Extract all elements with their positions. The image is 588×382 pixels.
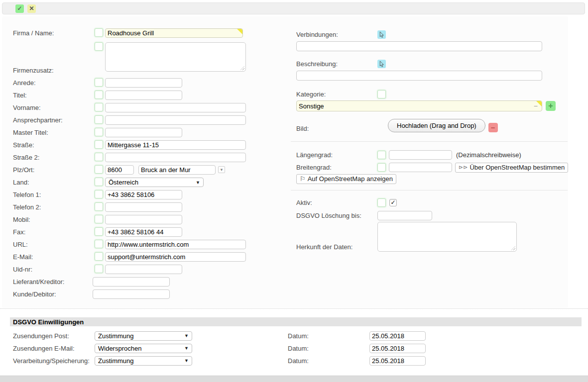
- cursor-icon: [379, 31, 385, 38]
- land-sync-checkbox[interactable]: [95, 178, 103, 186]
- kategorie-input-row: − +: [296, 100, 568, 111]
- fax-input[interactable]: [105, 227, 182, 237]
- plz-input[interactable]: [105, 165, 134, 175]
- land-label: Land:: [13, 178, 95, 186]
- aktiv-sync-checkbox[interactable]: [377, 198, 386, 207]
- land-select-value: Österreich: [109, 179, 138, 186]
- uidnr-input[interactable]: [105, 265, 182, 274]
- bild-label: Bild:: [296, 125, 377, 132]
- verbindungen-pick-button[interactable]: [377, 30, 386, 39]
- strasse2-input[interactable]: [105, 153, 246, 162]
- telefon2-input[interactable]: [105, 202, 182, 212]
- email-row: E-Mail:: [13, 252, 284, 265]
- vorname-sync-checkbox[interactable]: [95, 103, 103, 111]
- zusendungen-post-datum-input[interactable]: [369, 331, 426, 341]
- vorname-label: Vorname:: [13, 103, 95, 111]
- breitengrad-input[interactable]: [389, 163, 452, 172]
- zusendungen-email-select[interactable]: Widersprochen ▼: [95, 344, 192, 353]
- osm-anzeigen-label: Auf OpenStreetMap anzeigen: [308, 175, 393, 183]
- mobil-input[interactable]: [105, 215, 182, 224]
- land-select[interactable]: Österreich ▼: [105, 178, 204, 187]
- cancel-button[interactable]: ✕: [27, 4, 36, 13]
- double-triangle-icon: ⊳⊳: [459, 164, 468, 171]
- master-titel-sync-checkbox[interactable]: [95, 128, 103, 136]
- strasse-sync-checkbox[interactable]: [95, 140, 103, 149]
- beschreibung-input[interactable]: [296, 71, 542, 81]
- kategorie-remove-icon[interactable]: −: [534, 102, 538, 110]
- aktiv-checkbox[interactable]: ✓: [389, 199, 397, 206]
- verbindungen-input-row: [296, 41, 568, 51]
- firmenzusatz-textarea[interactable]: [105, 42, 246, 72]
- telefon1-sync-checkbox[interactable]: [95, 190, 103, 198]
- vorname-input[interactable]: [105, 103, 246, 112]
- kategorie-sync-checkbox[interactable]: [377, 90, 386, 98]
- mobil-sync-checkbox[interactable]: [95, 215, 103, 223]
- anrede-sync-checkbox[interactable]: [95, 78, 103, 87]
- firma-label: Firma / Name:: [13, 28, 95, 37]
- plzort-sync-checkbox[interactable]: [95, 165, 103, 174]
- bild-row: Bild: Hochladen (Drag and Drop) −: [296, 119, 568, 132]
- breitengrad-sync-checkbox[interactable]: [377, 163, 386, 172]
- telefon2-label: Telefon 2:: [13, 202, 95, 211]
- beschreibung-pick-button[interactable]: [377, 60, 386, 68]
- anrede-row: Anrede:: [13, 78, 284, 91]
- kategorie-add-button[interactable]: +: [546, 101, 556, 111]
- laengengrad-input[interactable]: [389, 150, 452, 160]
- toolbar: ✓ ✕: [2, 2, 585, 14]
- osm-anzeigen-button[interactable]: ⚐ Auf OpenStreetMap anzeigen: [296, 174, 396, 184]
- strasse2-row: Straße 2:: [13, 153, 284, 165]
- email-label: E-Mail:: [13, 252, 95, 261]
- verbindungen-input[interactable]: [296, 41, 542, 51]
- firma-sync-checkbox[interactable]: [95, 28, 103, 37]
- chevron-down-icon: ▼: [184, 358, 189, 363]
- verarbeitung-select[interactable]: Zustimmung ▼: [95, 356, 192, 366]
- firmenzusatz-row: Firmenzusatz:: [13, 42, 284, 78]
- ort-picker-button[interactable]: ▼: [218, 166, 225, 173]
- zusendungen-email-value: Widersprochen: [98, 345, 141, 352]
- lieferant-input[interactable]: [93, 277, 170, 286]
- master-titel-input[interactable]: [105, 128, 182, 137]
- telefon2-sync-checkbox[interactable]: [95, 202, 103, 211]
- firma-input[interactable]: [105, 28, 243, 38]
- email-input[interactable]: [105, 252, 246, 262]
- fax-row: Fax:: [13, 227, 284, 240]
- anrede-input[interactable]: [105, 78, 182, 88]
- herkunft-textarea[interactable]: [377, 222, 517, 252]
- right-form-column: Verbindungen: Beschreibung: Kategorie: −…: [296, 28, 568, 253]
- uidnr-sync-checkbox[interactable]: [95, 265, 103, 273]
- zusendungen-post-label: Zusendungen Post:: [13, 332, 95, 340]
- verarbeitung-label: Verarbeitung/Speicherung:: [13, 357, 95, 365]
- fax-sync-checkbox[interactable]: [95, 227, 103, 236]
- bild-remove-button[interactable]: −: [488, 123, 498, 132]
- zusendungen-email-label: Zusendungen E-Mail:: [13, 345, 95, 352]
- dsgvo-loeschung-input[interactable]: [377, 211, 432, 220]
- section-divider: [291, 141, 568, 142]
- zusendungen-post-row: Zusendungen Post: Zustimmung ▼ Datum:: [13, 330, 426, 341]
- titel-sync-checkbox[interactable]: [95, 91, 103, 99]
- kunde-input[interactable]: [93, 289, 170, 299]
- herkunft-label: Herkunft der Daten:: [296, 243, 377, 253]
- ansprechpartner-input[interactable]: [105, 115, 246, 125]
- laengengrad-row: Längengrad: (Dezimalschreibweise): [296, 149, 568, 161]
- zusendungen-post-select[interactable]: Zustimmung ▼: [95, 331, 192, 341]
- verbindungen-label: Verbindungen:: [296, 31, 377, 38]
- zusendungen-email-datum-input[interactable]: [369, 344, 426, 353]
- ansprechpartner-sync-checkbox[interactable]: [95, 115, 103, 124]
- titel-input[interactable]: [105, 91, 182, 100]
- strasse-input[interactable]: [105, 140, 246, 150]
- telefon1-input[interactable]: [105, 190, 182, 199]
- firmenzusatz-sync-checkbox[interactable]: [95, 42, 103, 51]
- laengengrad-sync-checkbox[interactable]: [377, 151, 386, 159]
- osm-bestimmen-button[interactable]: ⊳⊳ Über OpenStreetMap bestimmen: [455, 163, 568, 173]
- url-input[interactable]: [105, 240, 246, 249]
- ort-input[interactable]: [138, 165, 216, 175]
- datum-label: Datum:: [288, 357, 369, 365]
- save-button[interactable]: ✓: [15, 4, 24, 13]
- url-sync-checkbox[interactable]: [95, 240, 103, 248]
- verarbeitung-datum-input[interactable]: [369, 356, 426, 366]
- kategorie-input[interactable]: [296, 100, 542, 111]
- breitengrad-label: Breitengrad:: [296, 164, 377, 171]
- strasse2-sync-checkbox[interactable]: [95, 153, 103, 161]
- email-sync-checkbox[interactable]: [95, 252, 103, 261]
- bild-upload-button[interactable]: Hochladen (Drag and Drop): [388, 119, 485, 132]
